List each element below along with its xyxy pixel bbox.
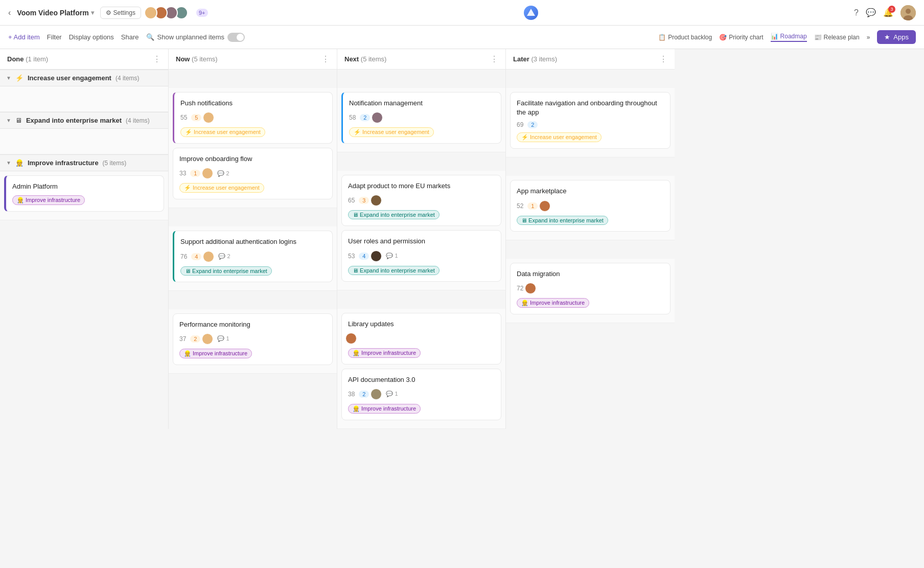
app-logo [523,5,539,21]
apps-button[interactable]: ★ Apps [877,30,916,44]
card-number: 65 [348,197,355,204]
next-enterprise-cell: Adapt product to more EU markets 65 3 🖥 … [337,171,505,290]
title-chevron-icon[interactable]: ▾ [91,9,94,16]
release-plan-button[interactable]: 📰 Release plan [814,34,860,41]
card-meta: 33 1 💬 2 [179,168,326,179]
card-meta [348,333,495,344]
notification-badge: 3 [888,6,895,13]
card-number: 38 [348,391,355,398]
svg-point-3 [906,9,911,14]
board-columns: Done (1 item) ⋮ ▼ ⚡ Increase user engage… [0,49,924,429]
group-enterprise-name: Expand into enterprise market [26,117,122,124]
now-enterprise-cell: Support additional authentication logins… [169,226,337,290]
settings-button[interactable]: ⚙ Settings [100,7,141,19]
card-data-migration[interactable]: Data migration 72 👷 Improve infrastructu… [510,263,671,314]
card-meta: 65 3 [348,195,495,206]
card-title: Admin Platform [12,182,157,191]
later-engagement-cell: Facilitate navigation and onboarding thr… [506,88,675,157]
nav-right: ? 💬 🔔 3 [854,5,916,20]
product-backlog-button[interactable]: 📋 Product backlog [658,34,712,41]
card-meta: 72 [517,283,664,294]
card-number: 37 [179,335,186,343]
comment-count: 💬 1 [386,253,398,259]
card-admin-platform[interactable]: Admin Platform 👷 Improve infrastructure [4,175,164,212]
card-adapt-eu-markets[interactable]: Adapt product to more EU markets 65 3 🖥 … [341,175,501,226]
avatar [203,112,214,123]
card-avatars [373,389,382,400]
card-auth-logins[interactable]: Support additional authentication logins… [173,231,333,282]
column-done-menu[interactable]: ⋮ [153,54,161,64]
show-unplanned-toggle-area[interactable]: 🔍 Show unplanned items [146,33,245,42]
release-icon: 📰 [814,34,822,41]
avatar [525,283,536,294]
card-tag: 🖥 Expand into enterprise market [348,266,440,275]
card-notification-mgmt[interactable]: Notification management 58 2 ⚡ Increase … [341,92,501,144]
card-title: Improve onboarding flow [179,154,326,164]
card-avatars [205,112,214,123]
card-avatars [374,112,383,123]
card-improve-onboarding[interactable]: Improve onboarding flow 33 1 💬 2 ⚡ Incre… [173,148,333,199]
card-facilitate-nav[interactable]: Facilitate navigation and onboarding thr… [510,92,671,149]
card-badge: 2 [527,121,538,128]
card-title: Performance monitoring [179,320,326,329]
avatar [539,200,550,212]
card-badge: 2 [190,335,200,343]
group-row-enterprise-done[interactable]: ▼ 🖥 Expand into enterprise market (4 ite… [0,112,168,129]
column-next-menu[interactable]: ⋮ [490,54,498,64]
column-later-header: Later (3 items) ⋮ [506,49,675,70]
card-badge: 1 [527,202,538,210]
display-options-button[interactable]: Display options [69,33,114,41]
card-library-updates[interactable]: Library updates 👷 Improve infrastructure [341,313,501,365]
group-row-infra-done[interactable]: ▼ 👷 Improve infrastructure (5 items) [0,154,168,171]
column-done-title: Done (1 item) [7,55,48,63]
done-enterprise-cell [0,129,168,154]
priority-chart-button[interactable]: 🎯 Priority chart [719,34,763,41]
help-icon[interactable]: ? [854,8,859,17]
more-views-button[interactable]: » [867,34,870,41]
card-user-roles[interactable]: User roles and permission 53 4 💬 1 🖥 Exp… [341,230,501,281]
card-title: Facilitate navigation and onboarding thr… [517,99,664,117]
now-engagement-cell: Push notifications 55 5 ⚡ Increase user … [169,88,337,208]
unplanned-toggle[interactable] [227,33,245,42]
group-infra-emoji: 👷 [15,159,24,167]
filter-button[interactable]: Filter [47,33,62,41]
card-tag: 🖥 Expand into enterprise market [180,266,272,276]
back-button[interactable]: ‹ [8,8,11,17]
card-number: 76 [180,253,187,260]
add-item-button[interactable]: + Add item [8,33,40,41]
group-infra-name: Improve infrastructure [28,159,99,167]
chevron-icon: ▼ [6,160,11,166]
card-meta: 52 1 [517,200,664,212]
group-enterprise-count: (4 items) [126,117,150,124]
card-tag: 👷 Improve infrastructure [179,349,252,358]
column-now-menu[interactable]: ⋮ [321,54,330,64]
card-number: 33 [179,170,186,177]
column-now-header: Now (5 items) ⋮ [169,49,337,70]
card-api-docs[interactable]: API documentation 3.0 38 2 💬 1 👷 Improve… [341,369,501,420]
card-performance-monitoring[interactable]: Performance monitoring 37 2 💬 1 👷 Improv… [173,313,333,365]
board-area: Done (1 item) ⋮ ▼ ⚡ Increase user engage… [0,49,924,568]
card-meta: 53 4 💬 1 [348,251,495,262]
share-button[interactable]: Share [121,33,139,41]
notification-icon[interactable]: 🔔 3 [883,8,893,17]
card-badge: 4 [191,253,201,260]
comment-count: 💬 1 [386,391,398,397]
chat-icon[interactable]: 💬 [866,8,876,17]
card-tag: 👷 Improve infrastructure [517,298,589,308]
star-icon: ★ [884,33,890,41]
card-app-marketplace[interactable]: App marketplace 52 1 🖥 Expand into enter… [510,180,671,231]
card-number: 55 [180,114,187,121]
card-title: Notification management [349,99,495,108]
later-enterprise-cell: App marketplace 52 1 🖥 Expand into enter… [506,176,675,240]
group-row-engagement-done[interactable]: ▼ ⚡ Increase user engagement (4 items) [0,70,168,86]
card-tag: ⚡ Increase user engagement [180,127,265,137]
avatar [371,251,382,262]
column-later-menu[interactable]: ⋮ [659,54,667,64]
card-meta: 69 2 [517,121,664,128]
column-later-title: Later (3 items) [513,55,557,63]
card-push-notifications[interactable]: Push notifications 55 5 ⚡ Increase user … [173,92,333,144]
avatar [202,333,213,345]
roadmap-button[interactable]: 📊 Roadmap [771,33,807,42]
avatar [345,333,357,344]
user-avatar[interactable] [900,5,916,20]
